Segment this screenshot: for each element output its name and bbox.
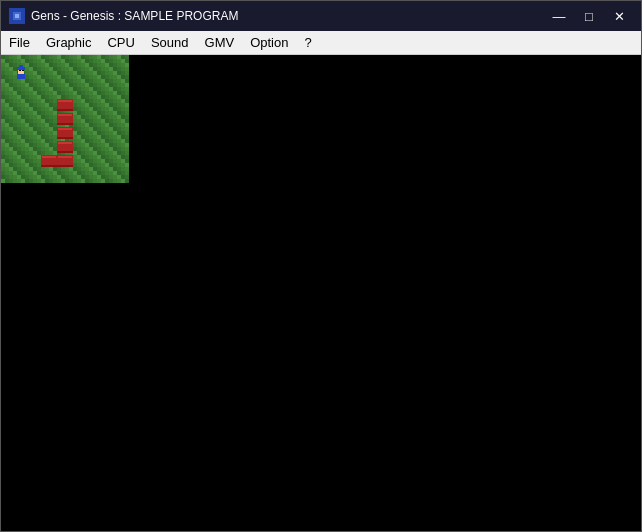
main-content [1,55,641,531]
title-bar-controls: — □ ✕ [545,6,633,26]
app-icon [9,8,25,24]
menu-item-help[interactable]: ? [296,31,319,54]
maximize-button[interactable]: □ [575,6,603,26]
title-bar-left: Gens - Genesis : SAMPLE PROGRAM [9,8,238,24]
menu-item-gmv[interactable]: GMV [197,31,243,54]
title-bar: Gens - Genesis : SAMPLE PROGRAM — □ ✕ [1,1,641,31]
menu-item-cpu[interactable]: CPU [99,31,142,54]
menu-item-graphic[interactable]: Graphic [38,31,100,54]
black-fill-bottom [1,183,641,531]
menu-bar: File Graphic CPU Sound GMV Option ? [1,31,641,55]
svg-rect-2 [15,14,19,18]
title-text: Gens - Genesis : SAMPLE PROGRAM [31,9,238,23]
game-canvas [1,55,129,183]
minimize-button[interactable]: — [545,6,573,26]
app-window: Gens - Genesis : SAMPLE PROGRAM — □ ✕ Fi… [0,0,642,532]
close-button[interactable]: ✕ [605,6,633,26]
menu-item-file[interactable]: File [1,31,38,54]
menu-item-option[interactable]: Option [242,31,296,54]
game-area [1,55,129,183]
menu-item-sound[interactable]: Sound [143,31,197,54]
